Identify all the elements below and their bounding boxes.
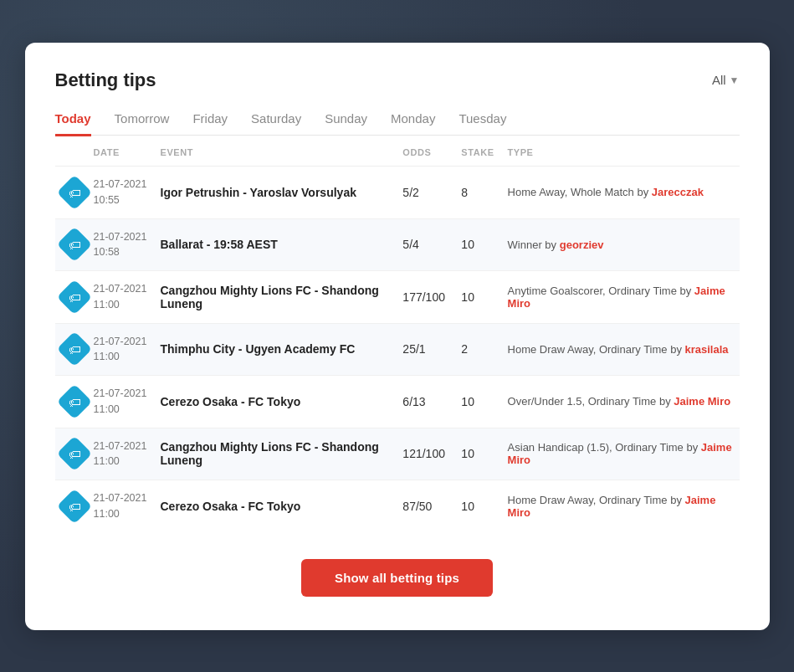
tab-sunday[interactable]: Sunday: [325, 111, 367, 136]
col-icon: [55, 136, 87, 167]
ticket-icon: 🏷: [56, 227, 91, 262]
stake-cell: 10: [454, 428, 500, 480]
col-odds: ODDS: [396, 136, 454, 167]
odds-cell: 6/13: [396, 376, 454, 428]
date-cell: 21-07-202110:58: [87, 218, 154, 271]
stake-cell: 2: [454, 323, 500, 376]
filter-dropdown[interactable]: All ▼: [712, 73, 740, 87]
show-all-button[interactable]: Show all betting tips: [301, 559, 493, 597]
tab-monday[interactable]: Monday: [391, 111, 435, 136]
type-cell: Winner by georziev: [501, 218, 740, 271]
type-text: Winner by: [508, 239, 560, 251]
stake-cell: 10: [454, 480, 500, 532]
event-cell: Ballarat - 19:58 AEST: [154, 218, 397, 271]
filter-label: All: [712, 73, 726, 87]
stake-cell: 10: [454, 376, 500, 428]
table-row: 🏷21-07-202111:00Cangzhou Mighty Lions FC…: [55, 428, 740, 480]
table-row: 🏷21-07-202111:00Cerezo Osaka - FC Tokyo8…: [55, 480, 740, 532]
ticket-icon-cell: 🏷: [55, 271, 87, 324]
type-text: Home Away, Whole Match by: [508, 186, 652, 198]
table-header-row: DATE EVENT ODDS STAKE TYPE: [55, 136, 740, 167]
ticket-icon-cell: 🏷: [55, 428, 87, 480]
type-cell: Over/Under 1.5, Ordinary Time by Jaime M…: [501, 376, 740, 428]
ticket-icon-cell: 🏷: [55, 167, 87, 219]
tab-tuesday[interactable]: Tuesday: [458, 111, 506, 136]
author-link[interactable]: Jaime Miro: [674, 395, 730, 408]
type-text: Home Draw Away, Ordinary Time by: [508, 343, 685, 356]
odds-cell: 121/100: [396, 428, 454, 480]
stake-cell: 10: [454, 271, 500, 324]
col-type: TYPE: [501, 136, 740, 167]
event-cell: Thimphu City - Ugyen Academy FC: [154, 323, 397, 376]
card-header: Betting tips All ▼: [55, 69, 740, 91]
tab-saturday[interactable]: Saturday: [251, 111, 301, 136]
ticket-icon: 🏷: [56, 280, 91, 315]
table-row: 🏷21-07-202110:58Ballarat - 19:58 AEST5/4…: [55, 218, 740, 271]
show-all-wrap: Show all betting tips: [55, 559, 740, 597]
col-date: DATE: [87, 136, 154, 167]
date-cell: 21-07-202110:55: [87, 167, 154, 219]
type-text: Asian Handicap (1.5), Ordinary Time by: [508, 441, 701, 454]
date-cell: 21-07-202111:00: [87, 480, 154, 532]
table-row: 🏷21-07-202111:00Cerezo Osaka - FC Tokyo6…: [55, 376, 740, 428]
col-stake: STAKE: [454, 136, 500, 167]
author-link[interactable]: krasilala: [685, 343, 729, 356]
event-cell: Igor Petrushin - Yaroslav Vorsulyak: [154, 167, 397, 219]
ticket-icon-cell: 🏷: [55, 480, 87, 532]
betting-tips-table: DATE EVENT ODDS STAKE TYPE 🏷21-07-202110…: [55, 136, 740, 532]
type-text: Home Draw Away, Ordinary Time by: [508, 494, 685, 506]
author-link[interactable]: georziev: [560, 239, 604, 251]
date-cell: 21-07-202111:00: [87, 376, 154, 428]
date-cell: 21-07-202111:00: [87, 323, 154, 376]
odds-cell: 25/1: [396, 323, 454, 376]
odds-cell: 87/50: [396, 480, 454, 532]
date-cell: 21-07-202111:00: [87, 271, 154, 324]
ticket-icon: 🏷: [56, 489, 91, 524]
table-row: 🏷21-07-202111:00Cangzhou Mighty Lions FC…: [55, 271, 740, 324]
event-cell: Cangzhou Mighty Lions FC - Shandong Lune…: [154, 428, 397, 480]
type-cell: Home Draw Away, Ordinary Time by krasila…: [501, 323, 740, 376]
event-cell: Cerezo Osaka - FC Tokyo: [154, 480, 397, 532]
odds-cell: 5/4: [396, 218, 454, 271]
tab-friday[interactable]: Friday: [192, 111, 228, 136]
tab-tomorrow[interactable]: Tomorrow: [115, 111, 170, 136]
type-cell: Asian Handicap (1.5), Ordinary Time by J…: [501, 428, 740, 480]
ticket-icon: 🏷: [56, 175, 91, 210]
odds-cell: 5/2: [396, 167, 454, 219]
col-event: EVENT: [154, 136, 397, 167]
odds-cell: 177/100: [396, 271, 454, 324]
ticket-icon: 🏷: [56, 436, 91, 471]
stake-cell: 8: [454, 167, 500, 219]
ticket-icon-cell: 🏷: [55, 218, 87, 271]
ticket-icon: 🏷: [56, 331, 91, 367]
date-cell: 21-07-202111:00: [87, 428, 154, 480]
table-row: 🏷21-07-202110:55Igor Petrushin - Yarosla…: [55, 167, 740, 219]
type-cell: Anytime Goalscorer, Ordinary Time by Jai…: [501, 271, 740, 324]
card-title: Betting tips: [55, 69, 156, 91]
ticket-icon: 🏷: [56, 384, 91, 419]
tab-today[interactable]: Today: [55, 111, 91, 136]
tabs: TodayTomorrowFridaySaturdaySundayMondayT…: [55, 111, 740, 136]
chevron-down-icon: ▼: [730, 74, 740, 86]
ticket-icon-cell: 🏷: [55, 376, 87, 428]
event-cell: Cerezo Osaka - FC Tokyo: [154, 376, 397, 428]
ticket-icon-cell: 🏷: [55, 323, 87, 376]
event-cell: Cangzhou Mighty Lions FC - Shandong Lune…: [154, 271, 397, 324]
type-cell: Home Draw Away, Ordinary Time by Jaime M…: [501, 480, 740, 532]
stake-cell: 10: [454, 218, 500, 271]
author-link[interactable]: Jarecczak: [652, 186, 704, 198]
betting-tips-card: Betting tips All ▼ TodayTomorrowFridaySa…: [25, 43, 770, 630]
type-cell: Home Away, Whole Match by Jarecczak: [501, 167, 740, 219]
table-row: 🏷21-07-202111:00Thimphu City - Ugyen Aca…: [55, 323, 740, 376]
type-text: Anytime Goalscorer, Ordinary Time by: [508, 285, 694, 297]
table-body: 🏷21-07-202110:55Igor Petrushin - Yarosla…: [55, 167, 740, 532]
type-text: Over/Under 1.5, Ordinary Time by: [508, 395, 674, 408]
